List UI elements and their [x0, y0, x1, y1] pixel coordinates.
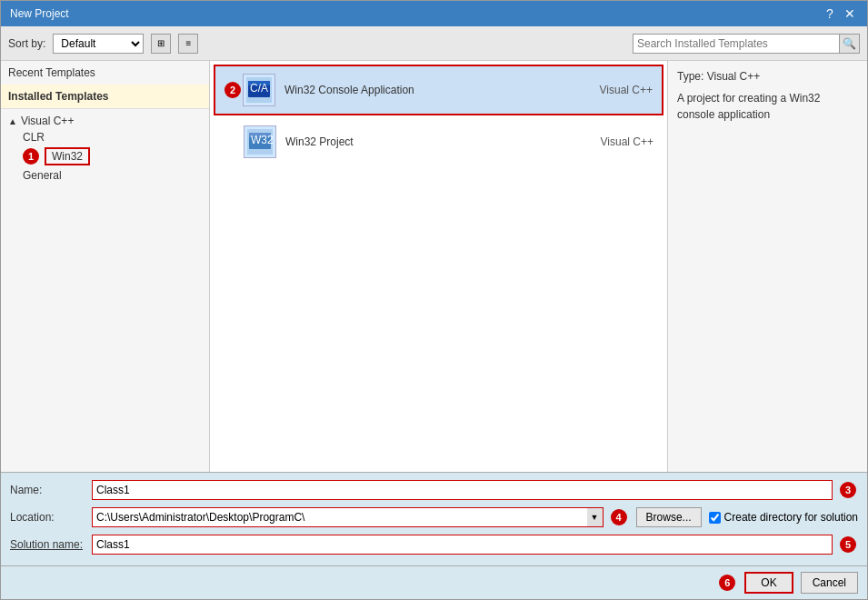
new-project-dialog: New Project ? ✕ Sort by: Default ⊞ ≡ 🔍 R…: [0, 0, 868, 600]
name-label: Name:: [10, 484, 92, 496]
badge-2: 2: [224, 82, 241, 98]
main-content: Recent Templates Installed Templates ▲ V…: [1, 61, 867, 472]
sort-label: Sort by:: [8, 37, 45, 50]
sidebar-item-clr[interactable]: CLR: [1, 129, 209, 145]
template-item-win32-console[interactable]: 2 C/A Win32 Console Application Visual C…: [214, 65, 663, 115]
help-button[interactable]: ?: [822, 5, 838, 22]
location-label: Location:: [10, 511, 92, 524]
templates-list: 2 C/A Win32 Console Application Visual C…: [210, 61, 667, 472]
solution-input[interactable]: [92, 535, 833, 555]
bottom-form: Name: 3 Location: ▼ 4 Browse... Create d…: [1, 472, 867, 565]
solution-row: Solution name: 5: [10, 533, 858, 556]
clr-label: CLR: [23, 131, 45, 144]
title-bar-buttons: ? ✕: [822, 5, 858, 22]
dialog-body: Sort by: Default ⊞ ≡ 🔍 Recent Templates …: [1, 26, 867, 599]
sidebar-recent-templates[interactable]: Recent Templates: [1, 61, 209, 85]
svg-text:C/A: C/A: [250, 82, 268, 95]
template-type-win32-console: Visual C++: [600, 84, 653, 96]
type-label: Type:: [677, 70, 703, 83]
general-label: General: [23, 169, 62, 182]
search-box: 🔍: [633, 34, 860, 54]
create-dir-checkbox[interactable]: [709, 512, 721, 524]
badge-6: 6: [719, 575, 735, 591]
template-name-win32-project: Win32 Project: [285, 135, 601, 148]
ok-button[interactable]: OK: [744, 572, 793, 594]
badge-4: 4: [611, 509, 627, 525]
template-icon-win32-project: W32: [244, 125, 276, 158]
sidebar-tree: ▲ Visual C++ CLR 1 Win32 General: [1, 109, 209, 187]
search-button[interactable]: 🔍: [839, 35, 859, 53]
badge-1: 1: [23, 148, 39, 165]
browse-button[interactable]: Browse...: [636, 507, 702, 527]
cancel-button[interactable]: Cancel: [801, 572, 858, 594]
view-list-button[interactable]: ≡: [178, 34, 198, 54]
title-bar: New Project ? ✕: [1, 1, 867, 26]
dialog-title: New Project: [10, 7, 69, 20]
info-type: Type: Visual C++: [677, 70, 858, 83]
location-row: Location: ▼ 4 Browse... Create directory…: [10, 505, 858, 529]
win32-label: Win32: [45, 147, 90, 165]
sort-select[interactable]: Default: [53, 34, 144, 54]
info-description: A project for creating a Win32 console a…: [677, 90, 858, 123]
badge-3: 3: [840, 482, 856, 498]
create-dir-label: Create directory for solution: [709, 511, 858, 524]
type-value: Visual C++: [707, 70, 760, 83]
template-name-win32-console: Win32 Console Application: [284, 84, 600, 96]
sidebar-item-win32[interactable]: 1 Win32: [1, 145, 209, 167]
sidebar: Recent Templates Installed Templates ▲ V…: [1, 61, 210, 472]
template-item-win32-project[interactable]: W32 Win32 Project Visual C++: [214, 117, 663, 166]
sidebar-installed-templates[interactable]: Installed Templates: [1, 85, 209, 109]
svg-text:W32: W32: [251, 134, 273, 146]
bottom-buttons-bar: 6 OK Cancel: [1, 565, 867, 599]
location-input[interactable]: [92, 507, 587, 527]
expand-arrow-icon: ▲: [8, 116, 17, 126]
close-button[interactable]: ✕: [842, 5, 858, 22]
info-panel: Type: Visual C++ A project for creating …: [667, 61, 867, 472]
badge-5: 5: [840, 536, 856, 553]
view-grid-button[interactable]: ⊞: [151, 34, 171, 54]
search-input[interactable]: [634, 35, 839, 53]
template-type-win32-project: Visual C++: [601, 135, 653, 148]
name-row: Name: 3: [10, 478, 858, 502]
template-icon-win32-console: C/A: [243, 74, 275, 106]
visual-cpp-label: Visual C++: [21, 115, 74, 127]
top-bar: Sort by: Default ⊞ ≡ 🔍: [1, 26, 867, 61]
sidebar-item-visual-cpp[interactable]: ▲ Visual C++: [1, 113, 209, 129]
name-input[interactable]: [92, 480, 833, 500]
location-dropdown-arrow[interactable]: ▼: [587, 507, 604, 527]
location-input-wrapper: ▼: [92, 507, 604, 527]
sidebar-item-general[interactable]: General: [1, 167, 209, 184]
solution-label: Solution name:: [10, 538, 92, 551]
